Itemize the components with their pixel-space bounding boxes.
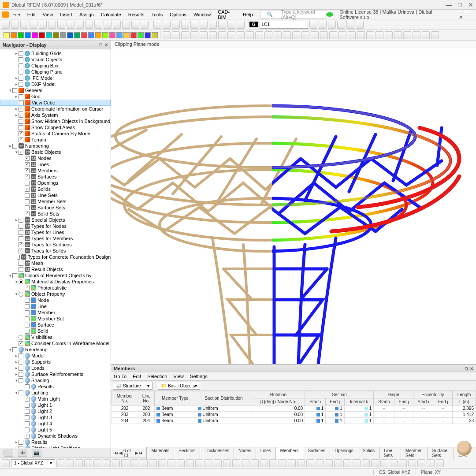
tree-item[interactable]: 123Solids <box>0 186 111 192</box>
tree-item[interactable]: 123Nodes <box>0 155 111 161</box>
toolbar-button[interactable] <box>274 31 282 39</box>
tree-item[interactable]: Show Clipped Areas <box>0 124 111 130</box>
color-tool-button[interactable] <box>4 32 10 38</box>
bottom-button[interactable] <box>390 459 398 467</box>
panel-close-icon[interactable]: ✕ <box>104 42 108 47</box>
tree-item[interactable]: ▾General <box>0 87 111 93</box>
bottom-button[interactable] <box>186 459 194 467</box>
tree-checkbox[interactable] <box>19 242 23 247</box>
bottom-button[interactable] <box>251 459 259 467</box>
toolbar-button[interactable] <box>94 21 102 29</box>
tree-item[interactable]: Solid <box>0 328 111 334</box>
bottom-button[interactable] <box>260 459 268 467</box>
tree-checkbox[interactable] <box>25 181 30 186</box>
members-menu-item[interactable]: View <box>173 374 184 379</box>
bottom-button[interactable] <box>158 459 166 467</box>
bottom-button[interactable] <box>75 459 83 467</box>
tree-checkbox[interactable] <box>19 138 23 142</box>
basic-objects-dropdown[interactable]: 📁 Basic Objects▾ <box>158 382 200 390</box>
toolbar-button[interactable] <box>85 21 93 29</box>
toolbar-button[interactable] <box>181 31 189 39</box>
data-tab-solids[interactable]: Solids <box>358 447 379 459</box>
members-menu-item[interactable]: Selection <box>147 374 167 379</box>
tree-checkbox[interactable] <box>19 51 23 56</box>
bottom-button[interactable] <box>362 459 370 467</box>
tree-item[interactable]: 123Types for Concrete Foundation Design <box>0 254 111 260</box>
user-avatar[interactable] <box>456 440 472 457</box>
toolbar-button[interactable] <box>200 31 208 39</box>
toolbar-button[interactable] <box>385 31 393 39</box>
tree-item[interactable]: Status of Camera Fly Mode <box>0 130 111 137</box>
menu-options[interactable]: Options <box>166 11 190 18</box>
tree-checkbox[interactable] <box>19 82 23 87</box>
toolbar-button[interactable] <box>338 31 346 39</box>
toolbar-button[interactable] <box>255 31 263 39</box>
toolbar-button[interactable] <box>200 21 208 29</box>
color-tool-button[interactable] <box>138 32 144 38</box>
data-tab-openings[interactable]: Openings <box>330 447 358 459</box>
tree-item[interactable]: Show Hidden Objects in Background <box>0 118 111 124</box>
bottom-button[interactable] <box>436 459 444 467</box>
color-tool-button[interactable] <box>11 32 17 38</box>
bottom-button[interactable] <box>343 459 351 467</box>
tree-checkbox[interactable] <box>19 63 23 68</box>
bottom-button[interactable] <box>306 459 314 467</box>
tree-checkbox[interactable] <box>19 267 23 272</box>
lc-selector[interactable]: LC1 <box>260 21 308 29</box>
pin-icon[interactable]: ⊓ <box>99 42 103 47</box>
toolbar-button[interactable] <box>153 21 161 29</box>
tree-item[interactable]: Visual Objects <box>0 56 111 63</box>
toolbar-button[interactable] <box>141 21 149 29</box>
tree-item[interactable]: ▾123Basic Objects <box>0 149 111 155</box>
tree-item[interactable]: ▸DXF Model <box>0 81 111 87</box>
color-tool-button[interactable] <box>25 32 31 38</box>
prev-page-icon[interactable]: ◀ <box>119 450 123 455</box>
tree-checkbox[interactable] <box>19 440 23 445</box>
tree-checkbox[interactable] <box>17 255 20 260</box>
tree-checkbox[interactable] <box>25 316 30 321</box>
tree-item[interactable]: ▸123Special Objects <box>0 217 111 223</box>
tree-checkbox[interactable] <box>25 156 30 161</box>
toolbar-button[interactable] <box>67 21 74 29</box>
bottom-button[interactable] <box>380 459 388 467</box>
app-menu-icon[interactable] <box>2 11 9 18</box>
bottom-button[interactable] <box>408 459 416 467</box>
toolbar-button[interactable] <box>76 21 84 29</box>
toolbar-button[interactable] <box>190 21 198 29</box>
toolbar-button[interactable] <box>163 31 171 39</box>
tree-item[interactable]: 123Types for Lines <box>0 229 111 235</box>
color-tool-button[interactable] <box>123 32 130 38</box>
toolbar-button[interactable] <box>329 31 337 39</box>
menu-help[interactable]: Help <box>239 11 257 18</box>
color-tool-button[interactable] <box>109 32 115 38</box>
data-tab-member-sets[interactable]: Member Sets <box>401 447 428 459</box>
tree-item[interactable]: Surface <box>0 322 111 328</box>
tree-checkbox[interactable] <box>25 175 30 179</box>
toolbar-button[interactable] <box>320 31 328 39</box>
tree-checkbox[interactable] <box>19 390 23 395</box>
tree-checkbox[interactable] <box>25 409 30 414</box>
tree-checkbox[interactable] <box>25 397 30 402</box>
tree-checkbox[interactable] <box>25 434 30 439</box>
tree-item[interactable]: Clipping Box <box>0 63 111 69</box>
tree-checkbox[interactable] <box>19 100 24 105</box>
bottom-button[interactable] <box>399 459 407 467</box>
next-page-icon[interactable]: ▶ <box>135 450 138 455</box>
tree-item[interactable]: 123Line Sets <box>0 192 111 198</box>
tree-checkbox[interactable] <box>25 304 30 309</box>
tree-item[interactable]: 123Openings <box>0 180 111 186</box>
toolbar-button[interactable] <box>181 21 189 29</box>
data-tab-sections[interactable]: Sections <box>174 447 200 459</box>
toolbar-button[interactable] <box>57 21 65 29</box>
tree-item[interactable]: Light 4 <box>0 420 111 427</box>
panel-close-icon[interactable]: ✕ <box>470 366 473 371</box>
tree-checkbox[interactable] <box>25 187 30 192</box>
tree-checkbox[interactable] <box>19 224 23 229</box>
tree-checkbox[interactable] <box>19 360 23 364</box>
bottom-button[interactable] <box>269 459 277 467</box>
tree-checkbox[interactable] <box>19 107 23 112</box>
toolbar-button[interactable] <box>237 31 245 39</box>
tree-item[interactable]: ▸Axis System <box>0 112 111 118</box>
tree-item[interactable]: Light 3 <box>0 414 111 420</box>
tree-checkbox[interactable] <box>25 193 30 198</box>
